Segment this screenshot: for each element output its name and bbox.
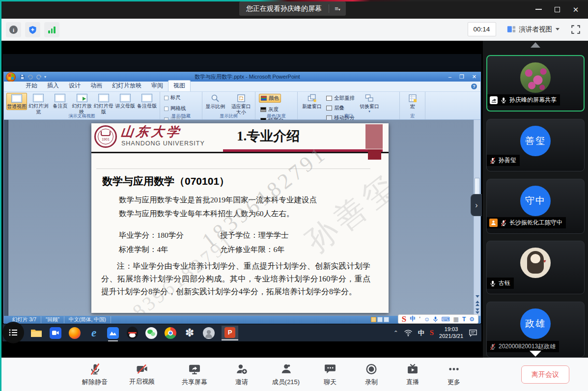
slide-paragraph: 数学与应用数学专业每年本科招生人数为60人左右。 xyxy=(119,209,294,219)
participant-tile[interactable]: 守中 长沙振乾化工陈守中 xyxy=(486,179,585,234)
annotation-fab[interactable] xyxy=(2,322,24,343)
sidebar-collapse-handle[interactable]: › xyxy=(471,194,482,216)
ribbon-normal-view: 普通视图 xyxy=(6,93,27,110)
ribbon-notes-master: 备注母版 xyxy=(137,93,157,109)
sogou-logo: S xyxy=(402,315,406,323)
ribbon-grayscale: 灰度 xyxy=(259,106,280,113)
minimize-button[interactable] xyxy=(529,0,548,19)
redo-icon xyxy=(36,75,42,80)
layout-icon xyxy=(507,25,516,33)
record-button[interactable]: 录制 xyxy=(357,363,386,387)
members-icon xyxy=(280,363,292,375)
taskbar-qq-icon xyxy=(126,326,139,340)
macro-icon xyxy=(408,94,417,103)
participant-name: 长沙振乾化工陈守中 xyxy=(509,219,562,227)
participant-tile[interactable]: 善玺 孙善玺 xyxy=(486,119,585,171)
ime-mode: 中 xyxy=(410,315,416,323)
office-logo-icon xyxy=(8,74,14,80)
switch-window-icon xyxy=(365,94,374,103)
slide-stat: 允许修业年限：6年 xyxy=(220,245,285,255)
close-button[interactable]: ✕ xyxy=(566,0,585,19)
meeting-protect-button[interactable] xyxy=(25,22,40,37)
remote-taskbar: e ✽ P ⌃ 中 S 19:03 2021/3/21 xyxy=(2,324,481,341)
share-screen-button[interactable]: 共享屏幕 xyxy=(175,363,214,387)
watching-banner[interactable]: 您正在观看孙庆峰的屏幕 ≡▾ xyxy=(239,1,346,16)
more-dots-icon xyxy=(448,363,460,375)
avatar: 善玺 xyxy=(520,126,551,156)
active-speaker-badge-icon xyxy=(489,219,498,227)
ribbon-cascade: 层叠 xyxy=(325,104,356,112)
banner-menu-icon[interactable]: ≡▾ xyxy=(329,5,346,12)
header-black-line xyxy=(91,152,389,153)
scroll-up-arrow[interactable] xyxy=(531,42,540,48)
invite-button[interactable]: 邀请 xyxy=(227,363,256,387)
chat-button[interactable]: 聊天 xyxy=(315,363,345,387)
tray-chevron-up-icon: ⌃ xyxy=(393,330,398,336)
taskbar-chrome-icon xyxy=(164,326,177,340)
mic-muted-icon xyxy=(489,157,496,164)
group-label-color: 颜色/灰度 xyxy=(255,113,297,119)
voice-icon xyxy=(433,316,438,322)
slide-stat: 授予学位：理学学士 xyxy=(220,230,289,241)
unmute-button[interactable]: 解除静音 xyxy=(79,363,111,387)
previous-slide-icon xyxy=(476,301,479,306)
slide-stat: 毕业学分：180学分 xyxy=(119,230,184,241)
ribbon-notes-page: 备注页 xyxy=(50,93,70,109)
participants-sidebar: 孙庆峰的屏幕共享 善玺 孙善玺 守中 长沙振乾化工陈守中 ♥ xyxy=(483,41,588,358)
more-button[interactable]: 更多 xyxy=(439,363,469,387)
network-quality-button[interactable] xyxy=(44,22,59,37)
status-view-buttons xyxy=(371,317,389,322)
mic-muted-icon xyxy=(489,343,496,350)
taskbar-avatar-app-icon xyxy=(202,326,215,340)
slide-sorter-icon xyxy=(33,94,44,102)
taskbar-meeting-app-icon xyxy=(49,326,62,340)
ime-punct-icon: ’ xyxy=(419,316,420,323)
participant-tile[interactable]: ♥ 古钰 xyxy=(486,241,585,294)
taskbar-ie-icon: e xyxy=(87,326,100,340)
slide-note: 注：毕业学分由专业培养计划学分、重点提升计划学分、创新实践计划学分、拓展培养计划… xyxy=(101,260,370,298)
ribbon-zoom: 显示比例 xyxy=(205,93,226,110)
save-icon xyxy=(20,74,25,80)
emoji-icon: ☺ xyxy=(424,316,430,323)
scroll-down-icon xyxy=(476,295,479,298)
ribbon-macro: 宏 xyxy=(404,93,421,110)
ribbon-ruler-checkbox: 标尺 xyxy=(164,94,181,101)
notification-icon xyxy=(469,329,477,337)
scroll-down-arrow[interactable] xyxy=(530,351,541,357)
watermark-name: 孙善玺 xyxy=(298,164,389,261)
participant-tile-sharing[interactable]: 孙庆峰的屏幕共享 xyxy=(486,55,585,112)
group-label-window: 窗口 xyxy=(298,113,399,119)
tab-animations: 动画 xyxy=(85,81,107,91)
arrange-icon xyxy=(326,96,332,101)
view-mode-select[interactable]: 演讲者视图 xyxy=(504,23,563,36)
shared-screen-video: ▾ 数学与应用数学.pptx - Microsoft PowerPoint – … xyxy=(0,41,483,358)
meeting-info-button[interactable]: i xyxy=(6,22,21,37)
live-stream-button[interactable]: 直播 xyxy=(398,363,427,387)
leave-meeting-button[interactable]: 离开会议 xyxy=(521,365,569,384)
ppt-ribbon-tabs: 开始 插入 设计 动画 幻灯片放映 审阅 视图 ? xyxy=(4,82,480,92)
participant-tile[interactable]: 政雄 202000820013赵政雄 xyxy=(486,302,585,358)
ppt-ribbon: 普通视图 幻灯片浏览 备注页 幻灯片放映 幻灯片母版 讲义母版 备注母版 演示文… xyxy=(4,92,480,120)
avatar xyxy=(520,62,551,93)
slide: 1901 山东大学 SHANDONG UNIVERSITY 1.专业介绍 数学与… xyxy=(91,123,389,313)
notes-master-icon xyxy=(141,94,152,102)
main-area: ▾ 数学与应用数学.pptx - Microsoft PowerPoint – … xyxy=(0,41,588,358)
fullscreen-button[interactable] xyxy=(570,24,581,35)
office-button xyxy=(6,72,16,82)
slide-master-icon xyxy=(98,94,109,102)
members-button[interactable]: 成员(215) xyxy=(267,363,305,387)
toolbox-icon: ▦ xyxy=(453,316,459,323)
ribbon-arrange-all: 全部重排 xyxy=(325,94,356,102)
maximize-button[interactable] xyxy=(548,0,566,19)
participant-name: 孙善玺 xyxy=(499,156,516,165)
group-label-macro: 宏 xyxy=(400,113,425,119)
ribbon-slide-master: 幻灯片母版 xyxy=(93,93,114,114)
group-label-zoom: 显示比例 xyxy=(202,113,255,119)
slide-paragraph: 数学与应用数学专业是首批2019年国家一流本科专业建设点 xyxy=(119,195,317,205)
taskbar-powerpoint-active-icon: P xyxy=(222,326,238,340)
live-tv-icon xyxy=(406,363,419,375)
start-video-button[interactable]: 开启视频 xyxy=(126,363,158,386)
slideshow-icon xyxy=(384,317,389,322)
normal-view-icon xyxy=(11,94,22,103)
color-swatch-icon xyxy=(261,96,267,101)
